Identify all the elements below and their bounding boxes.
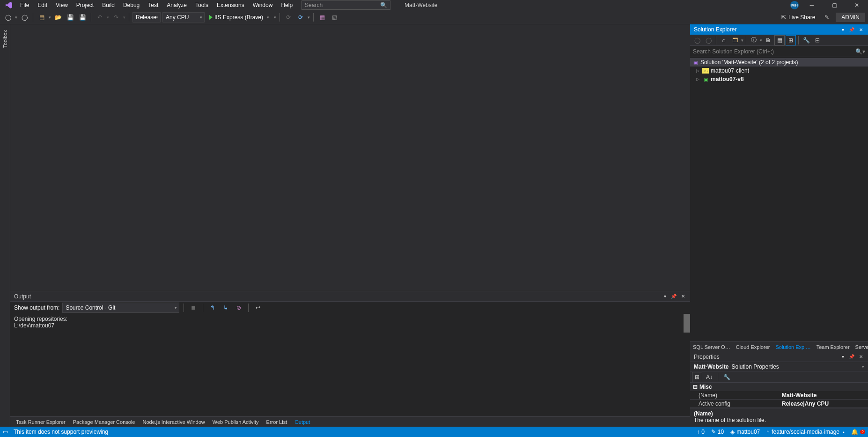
redo-button[interactable]: ↷ [111, 12, 121, 22]
output-source-dropdown[interactable]: Source Control - Git [62, 303, 179, 313]
tab-solution-explorer[interactable]: Solution Expl… [772, 343, 813, 351]
output-scrollbar[interactable] [684, 314, 690, 333]
toolbox-tab[interactable]: Toolbox [1, 27, 9, 51]
property-category[interactable]: ⊟ Misc [690, 383, 868, 391]
se-preview-button[interactable]: ⊟ [812, 35, 823, 45]
status-branch[interactable]: ⑂feature/social-media-image▴ [766, 429, 845, 435]
admin-badge[interactable]: ADMIN [836, 13, 865, 22]
properties-object-name: Matt-Website [694, 363, 728, 370]
panel-pin-button[interactable]: 📌 [669, 294, 678, 299]
tab-task-runner[interactable]: Task Runner Explorer [12, 418, 69, 426]
output-text-area[interactable]: Opening repositories: L:\dev\mattou07 [10, 314, 690, 416]
expand-icon[interactable]: ▷ [695, 77, 700, 81]
tab-web-publish[interactable]: Web Publish Activity [209, 418, 263, 426]
status-output-icon[interactable]: ▭ [3, 429, 8, 435]
menu-tools[interactable]: Tools [191, 0, 213, 10]
tab-cloud-explorer[interactable]: Cloud Explorer [733, 343, 773, 351]
extension-button-1[interactable]: ▦ [317, 12, 327, 22]
project-node[interactable]: ▷ JS mattou07-client [690, 67, 868, 75]
expand-icon[interactable]: ▷ [695, 68, 700, 73]
new-project-button[interactable]: ▤ [37, 12, 47, 22]
collapse-icon[interactable]: ⊟ [693, 384, 698, 390]
menu-project[interactable]: Project [72, 0, 98, 10]
start-debug-button[interactable]: IIS Express (Brave) ▾ [206, 12, 272, 22]
se-back-button[interactable]: ◯ [692, 35, 702, 45]
se-pending-button[interactable]: ⓘ [749, 35, 759, 45]
status-repo[interactable]: ◈mattou07 [730, 429, 760, 435]
open-file-button[interactable]: 📂 [53, 12, 63, 22]
extension-button-2[interactable]: ▧ [329, 12, 339, 22]
live-share-button[interactable]: ⇱ Live Share [779, 14, 818, 21]
se-pin-button[interactable]: 📌 [847, 27, 856, 32]
properties-object-selector[interactable]: Matt-Website Solution Properties ▾ [690, 362, 868, 371]
status-notifications[interactable]: 🔔2 [851, 429, 865, 435]
status-unpushed[interactable]: ↑0 [697, 429, 705, 435]
feedback-button[interactable]: ✎ [822, 12, 832, 22]
tab-team-explorer[interactable]: Team Explorer [814, 343, 853, 351]
menu-build[interactable]: Build [98, 0, 119, 10]
se-collapse-button[interactable]: ▦ [774, 35, 785, 45]
se-close-button[interactable]: ✕ [858, 27, 864, 32]
save-all-button[interactable]: 💾 [77, 12, 88, 22]
se-window-position[interactable]: ▾ [840, 27, 846, 32]
tab-pkg-mgr-console[interactable]: Package Manager Console [69, 418, 139, 426]
browser-link-button[interactable]: ⟳ [283, 12, 294, 22]
menu-help[interactable]: Help [277, 0, 297, 10]
menu-window[interactable]: Window [249, 0, 277, 10]
property-row[interactable]: (Name) Matt-Website [690, 391, 868, 400]
menu-analyze[interactable]: Analyze [162, 0, 191, 10]
browser-link-refresh[interactable]: ⟳ [295, 12, 306, 22]
props-close-button[interactable]: ✕ [858, 354, 864, 359]
solution-explorer-search[interactable]: Search Solution Explorer (Ctrl+;) 🔍▾ [690, 46, 868, 57]
panel-close-button[interactable]: ✕ [680, 294, 686, 299]
properties-toolbar: ⊞ A↓ 🔧 [690, 371, 868, 383]
menu-edit[interactable]: Edit [33, 0, 51, 10]
output-wrap-button[interactable]: ↩ [253, 303, 263, 313]
menu-debug[interactable]: Debug [119, 0, 144, 10]
tab-node-interactive[interactable]: Node.js Interactive Window [139, 418, 208, 426]
props-categorized-button[interactable]: ⊞ [692, 372, 702, 382]
nav-forward-button[interactable]: ◯ [19, 12, 29, 22]
panel-window-position[interactable]: ▾ [662, 294, 668, 299]
branch-icon: ⑂ [766, 429, 770, 435]
show-output-from-label: Show output from: [14, 304, 59, 311]
close-button[interactable]: ✕ [847, 0, 866, 10]
props-pages-button[interactable]: 🔧 [721, 372, 732, 382]
output-prev-button[interactable]: ↰ [207, 303, 218, 313]
output-clear-button[interactable]: ⊘ [234, 303, 244, 313]
solution-root-node[interactable]: ▣ Solution 'Matt-Website' (2 of 2 projec… [690, 58, 868, 67]
props-alpha-button[interactable]: A↓ [704, 372, 714, 382]
save-button[interactable]: 💾 [65, 12, 75, 22]
props-window-position[interactable]: ▾ [840, 354, 846, 359]
undo-button[interactable]: ↶ [95, 12, 105, 22]
se-forward-button[interactable]: ◯ [703, 35, 714, 45]
menu-view[interactable]: View [51, 0, 72, 10]
solution-config-dropdown[interactable]: Release [132, 12, 161, 22]
se-properties-button[interactable]: 🔧 [801, 35, 811, 45]
quick-search-input[interactable]: Search 🔍 [302, 0, 390, 10]
user-avatar[interactable]: MH [790, 1, 799, 9]
tab-output[interactable]: Output [291, 418, 314, 426]
nav-back-button[interactable]: ◯ [3, 12, 13, 22]
property-value[interactable]: Matt-Website [779, 391, 868, 399]
menu-file[interactable]: File [16, 0, 33, 10]
tab-sql-server[interactable]: SQL Server O… [690, 343, 733, 351]
se-home-button[interactable]: ⌂ [719, 35, 729, 45]
se-show-all-button[interactable]: ⊞ [786, 35, 796, 45]
property-value[interactable]: Release|Any CPU [779, 400, 868, 407]
menu-extensions[interactable]: Extensions [213, 0, 249, 10]
menu-test[interactable]: Test [144, 0, 162, 10]
maximize-button[interactable]: ▢ [825, 0, 844, 10]
tab-server-explorer[interactable]: Server Explorer [853, 343, 868, 351]
output-find-button[interactable]: ≣ [188, 303, 199, 313]
minimize-button[interactable]: ─ [802, 0, 821, 10]
se-refresh-button[interactable]: 🗎 [763, 35, 773, 45]
props-pin-button[interactable]: 📌 [847, 354, 856, 359]
status-pending-changes[interactable]: ✎10 [711, 429, 724, 435]
se-sync-button[interactable]: 🗔 [730, 35, 740, 45]
tab-error-list[interactable]: Error List [263, 418, 291, 426]
project-node[interactable]: ▷ ▣ mattou07-v8 [690, 75, 868, 83]
property-row[interactable]: Active config Release|Any CPU [690, 400, 868, 408]
output-next-button[interactable]: ↳ [221, 303, 231, 313]
solution-platform-dropdown[interactable]: Any CPU [162, 12, 205, 22]
